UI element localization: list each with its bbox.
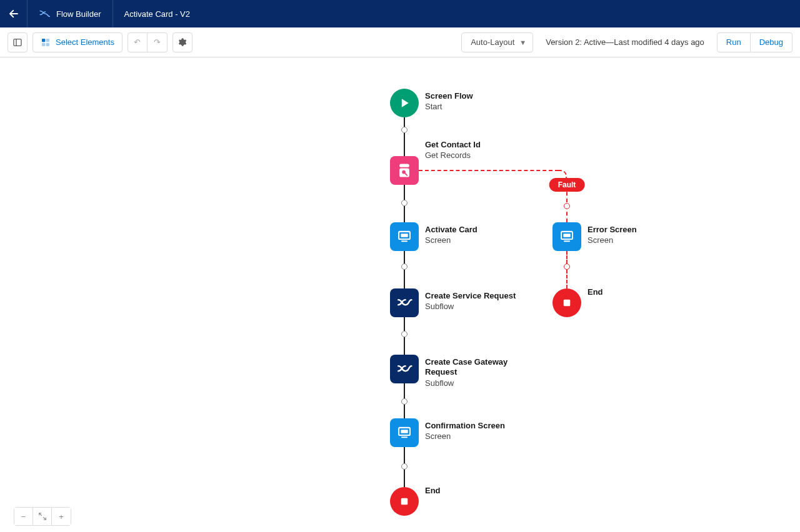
select-elements-label: Select Elements — [56, 37, 114, 47]
add-node-dot[interactable] — [564, 203, 570, 209]
node-create-service-request[interactable]: Create Service Request Subflow — [390, 288, 516, 317]
gear-icon — [178, 37, 187, 47]
run-label: Run — [726, 37, 741, 47]
end-icon — [552, 288, 581, 317]
panel-icon — [12, 37, 22, 47]
node-subtitle: Screen — [588, 235, 637, 245]
node-end-main[interactable]: End — [390, 487, 441, 516]
debug-label: Debug — [759, 37, 783, 47]
screen-icon — [390, 418, 419, 447]
svg-rect-6 — [46, 42, 49, 46]
debug-button[interactable]: Debug — [751, 32, 792, 52]
node-subtitle: Subflow — [425, 302, 516, 311]
settings-button[interactable] — [172, 32, 192, 52]
node-title: Get Contact Id — [425, 140, 481, 150]
fit-icon — [38, 512, 47, 521]
subflow-icon — [390, 288, 419, 317]
zoom-in-button[interactable]: + — [52, 508, 71, 525]
svg-rect-21 — [564, 300, 571, 307]
add-node-dot[interactable] — [564, 264, 570, 270]
node-subtitle: Subflow — [425, 378, 531, 388]
app-name-region: Flow Builder — [28, 0, 113, 27]
minus-icon: − — [21, 512, 26, 521]
svg-line-22 — [39, 513, 41, 516]
connector — [404, 133, 405, 156]
svg-rect-17 — [401, 498, 408, 505]
node-title: Confirmation Screen — [425, 421, 505, 431]
chevron-down-icon: ▼ — [519, 39, 526, 46]
node-title: End — [588, 287, 603, 297]
add-node-dot[interactable] — [401, 264, 408, 270]
node-subtitle: Screen — [425, 431, 505, 441]
node-get-contact[interactable]: Get Contact Id Get Records — [390, 156, 481, 185]
connector — [404, 206, 405, 222]
zoom-fit-button[interactable] — [33, 508, 52, 525]
zoom-out-button[interactable]: − — [14, 508, 33, 525]
node-confirmation-screen[interactable]: Confirmation Screen Screen — [390, 418, 505, 447]
node-start[interactable]: Screen Flow Start — [390, 89, 473, 117]
svg-rect-7 — [399, 164, 409, 167]
end-icon — [390, 487, 419, 516]
run-button[interactable]: Run — [717, 32, 751, 52]
flow-canvas[interactable]: Fault Screen Flow Start Get Contact Id G… — [0, 57, 800, 532]
plus-icon: + — [59, 512, 64, 521]
redo-icon: ↷ — [154, 37, 161, 47]
connector — [404, 251, 405, 264]
toggle-panel-button[interactable] — [8, 32, 28, 52]
screen-icon — [390, 222, 419, 251]
node-title: Create Case Gateway Request — [425, 357, 531, 378]
connector — [404, 317, 405, 331]
back-button[interactable] — [0, 0, 28, 27]
undo-button[interactable]: ↶ — [128, 32, 148, 52]
node-activate-card[interactable]: Activate Card Screen — [390, 222, 478, 251]
node-error-screen[interactable]: Error Screen Screen — [552, 222, 637, 251]
start-icon — [390, 89, 419, 117]
undo-icon: ↶ — [134, 37, 141, 47]
add-node-dot[interactable] — [401, 463, 408, 470]
node-title: Create Service Request — [425, 291, 516, 301]
svg-rect-1 — [14, 39, 21, 46]
app-header: Flow Builder Activate Card - V2 — [0, 0, 800, 27]
flow-icon — [39, 8, 50, 19]
connector — [404, 185, 405, 200]
svg-rect-12 — [401, 234, 408, 237]
connector — [404, 117, 405, 127]
add-node-dot[interactable] — [401, 127, 408, 133]
select-elements-button[interactable]: Select Elements — [32, 32, 122, 52]
node-create-case-gateway[interactable]: Create Case Gateway Request Subflow — [390, 355, 531, 388]
flow-title: Activate Card - V2 — [113, 9, 202, 19]
connector — [404, 447, 405, 463]
fault-connector-corner — [558, 170, 567, 179]
node-subtitle: Get Records — [425, 150, 481, 160]
node-subtitle: Start — [425, 102, 473, 111]
fault-connector — [566, 270, 568, 288]
svg-rect-5 — [42, 42, 45, 46]
node-title: Error Screen — [588, 225, 637, 235]
connector — [404, 470, 405, 487]
screen-icon — [552, 222, 581, 251]
run-debug-group: Run Debug — [717, 32, 792, 52]
node-subtitle: Screen — [425, 235, 478, 245]
version-status: Version 2: Active—Last modified 4 days a… — [538, 37, 712, 47]
node-end-error[interactable]: End — [552, 288, 603, 317]
fault-label: Fault — [549, 178, 585, 192]
zoom-controls: − + — [14, 507, 71, 526]
add-node-dot[interactable] — [401, 398, 408, 405]
fault-label-text: Fault — [558, 180, 576, 189]
add-node-dot[interactable] — [401, 200, 408, 206]
layout-mode-label: Auto-Layout — [471, 37, 514, 47]
connector — [404, 337, 405, 355]
arrow-left-icon — [8, 8, 19, 19]
svg-rect-15 — [401, 430, 408, 433]
redo-button[interactable]: ↷ — [148, 32, 168, 52]
add-node-dot[interactable] — [401, 331, 408, 337]
fault-connector — [566, 251, 568, 264]
svg-rect-3 — [42, 39, 45, 42]
node-title: Activate Card — [425, 225, 478, 235]
layout-mode-select[interactable]: Auto-Layout ▼ — [461, 32, 533, 52]
canvas-inner: Fault Screen Flow Start Get Contact Id G… — [0, 57, 800, 532]
node-title: Screen Flow — [425, 91, 473, 101]
connector — [404, 270, 405, 288]
toolbar: Select Elements ↶ ↷ Auto-Layout ▼ Versio… — [0, 27, 800, 57]
connector — [404, 405, 405, 418]
